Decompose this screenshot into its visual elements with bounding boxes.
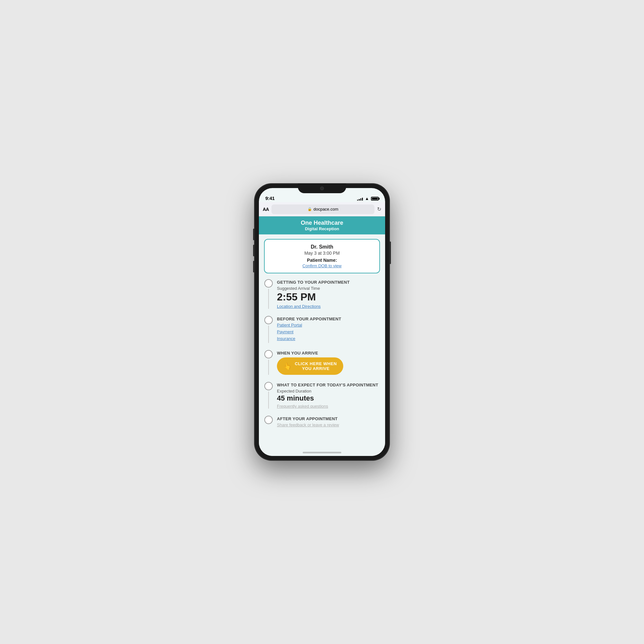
screen: 9:41 ▲ AA 🔒	[259, 188, 385, 456]
expect-title: WHAT TO EXPECT FOR TODAY'S APPOINTMENT	[277, 383, 380, 387]
duration-value: 45 minutes	[277, 394, 380, 403]
hand-pointer-icon: 👆	[283, 362, 292, 370]
arrive-button-label: CLICK HERE WHEN YOU ARRIVE	[295, 361, 337, 371]
browser-refresh-button[interactable]: ↻	[377, 206, 381, 212]
timeline-circle-2	[264, 316, 273, 324]
status-icons: ▲	[357, 196, 379, 201]
browser-aa-button[interactable]: AA	[263, 207, 269, 212]
notch-camera	[320, 186, 324, 190]
timeline-circle-3	[264, 350, 273, 358]
timeline-circle-1	[264, 279, 273, 288]
signal-bar-3	[360, 198, 361, 201]
insurance-link[interactable]: Insurance	[277, 336, 380, 341]
phone-wrapper: 9:41 ▲ AA 🔒	[254, 184, 390, 460]
app-header: One Healthcare Digital Reception	[259, 216, 385, 234]
timeline-item-before: BEFORE YOUR APPOINTMENT Patient Portal P…	[264, 316, 380, 343]
before-title: BEFORE YOUR APPOINTMENT	[277, 317, 380, 321]
timeline: GETTING TO YOUR APPOINTMENT Suggested Ar…	[264, 279, 380, 427]
patient-portal-link[interactable]: Patient Portal	[277, 323, 380, 327]
timeline-content-before: BEFORE YOUR APPOINTMENT Patient Portal P…	[277, 316, 380, 343]
timeline-line-2	[268, 326, 269, 343]
timeline-item-expect: WHAT TO EXPECT FOR TODAY'S APPOINTMENT E…	[264, 382, 380, 409]
timeline-line-4	[268, 392, 269, 409]
timeline-item-after: AFTER YOUR APPOINTMENT Share feedback or…	[264, 416, 380, 427]
timeline-content-getting-to: GETTING TO YOUR APPOINTMENT Suggested Ar…	[277, 279, 380, 309]
timeline-circle-5	[264, 416, 273, 424]
header-subtitle: Digital Reception	[264, 226, 380, 231]
battery-icon	[371, 197, 379, 201]
app-content: One Healthcare Digital Reception Dr. Smi…	[259, 216, 385, 456]
timeline-line-3	[268, 360, 269, 375]
arrival-time: 2:55 PM	[277, 291, 380, 303]
lock-icon: 🔒	[308, 207, 312, 211]
signal-bar-4	[362, 198, 363, 201]
signal-bars-icon	[357, 197, 363, 201]
arrival-label: Suggested Arrival Time	[277, 286, 380, 291]
timeline-left-1	[264, 279, 273, 309]
timeline-left-3	[264, 350, 273, 375]
browser-url-text[interactable]: docpace.com	[313, 207, 338, 212]
click-here-arrive-button[interactable]: 👆 CLICK HERE WHEN YOU ARRIVE	[277, 357, 343, 375]
faq-link[interactable]: Frequently asked questions	[277, 404, 380, 409]
timeline-content-after: AFTER YOUR APPOINTMENT Share feedback or…	[277, 416, 380, 427]
wifi-icon: ▲	[365, 196, 369, 201]
payment-link[interactable]: Payment	[277, 329, 380, 334]
getting-to-title: GETTING TO YOUR APPOINTMENT	[277, 280, 380, 285]
status-time: 9:41	[265, 195, 275, 201]
phone-body: 9:41 ▲ AA 🔒	[254, 184, 390, 460]
appointment-date: May 3 at 3:00 PM	[270, 251, 374, 256]
timeline-circle-4	[264, 382, 273, 390]
timeline-left-4	[264, 382, 273, 409]
timeline-left-2	[264, 316, 273, 343]
timeline-line-1	[268, 289, 269, 309]
location-directions-link[interactable]: Location and Directions	[277, 304, 380, 309]
duration-label: Expected Duration	[277, 389, 380, 393]
browser-url-bar[interactable]: 🔒 docpace.com	[271, 204, 374, 214]
timeline-left-5	[264, 416, 273, 427]
battery-fill	[372, 198, 378, 200]
notch	[298, 184, 346, 193]
home-indicator	[303, 452, 341, 453]
timeline-item-getting-to: GETTING TO YOUR APPOINTMENT Suggested Ar…	[264, 279, 380, 309]
confirm-dob-link[interactable]: Confirm DOB to view	[270, 263, 374, 268]
after-title: AFTER YOUR APPOINTMENT	[277, 416, 380, 421]
appointment-doctor: Dr. Smith	[270, 244, 374, 250]
when-arrive-title: WHEN YOU ARRIVE	[277, 351, 380, 355]
scroll-area[interactable]: Dr. Smith May 3 at 3:00 PM Patient Name:…	[259, 234, 385, 456]
timeline-item-arrive: WHEN YOU ARRIVE 👆 CLICK HERE WHEN YOU AR…	[264, 350, 380, 375]
signal-bar-1	[357, 200, 358, 201]
header-title: One Healthcare	[264, 220, 380, 226]
timeline-content-arrive: WHEN YOU ARRIVE 👆 CLICK HERE WHEN YOU AR…	[277, 350, 380, 375]
signal-bar-2	[359, 199, 360, 201]
appointment-patient-label: Patient Name:	[270, 258, 374, 263]
feedback-link[interactable]: Share feedback or leave a review	[277, 422, 380, 427]
timeline-content-expect: WHAT TO EXPECT FOR TODAY'S APPOINTMENT E…	[277, 382, 380, 409]
appointment-card: Dr. Smith May 3 at 3:00 PM Patient Name:…	[264, 239, 380, 273]
browser-bar[interactable]: AA 🔒 docpace.com ↻	[259, 202, 385, 216]
